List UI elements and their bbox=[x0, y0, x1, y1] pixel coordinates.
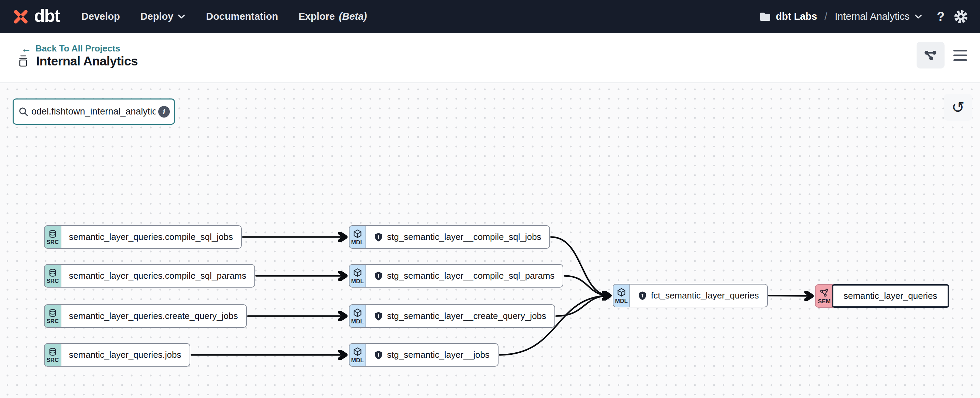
header-buttons bbox=[916, 42, 969, 68]
nav-item-documentation[interactable]: Documentation bbox=[206, 11, 278, 22]
node-label: semantic_layer_queries.create_query_jobs bbox=[61, 305, 246, 327]
node-label: semantic_layer_queries.compile_sql_param… bbox=[61, 265, 255, 287]
node-label: semantic_layer_queries bbox=[832, 284, 949, 308]
nav-menu: DevelopDeployDocumentationExplore(Beta) bbox=[81, 11, 367, 22]
node-label: semantic_layer_queries.jobs bbox=[61, 344, 189, 366]
badge-label: SRC bbox=[46, 278, 59, 284]
badge-label: MDL bbox=[351, 357, 364, 363]
nav-item-label: Explore bbox=[298, 11, 334, 22]
project-switcher-label: Internal Analytics bbox=[835, 11, 909, 22]
dbt-logo-text: dbt bbox=[34, 7, 60, 27]
database-icon bbox=[48, 347, 57, 357]
node-label: stg_semantic_layer__create_query_jobs bbox=[366, 305, 554, 327]
contract-shield-icon bbox=[374, 232, 383, 242]
top-nav: dbt DevelopDeployDocumentationExplore(Be… bbox=[0, 0, 980, 33]
chevron-down-icon bbox=[914, 14, 923, 19]
badge-label: SRC bbox=[46, 357, 59, 363]
node-label: fct_semantic_layer_queries bbox=[630, 284, 767, 307]
hamburger-bar bbox=[953, 50, 967, 51]
node-label: stg_semantic_layer__jobs bbox=[366, 344, 498, 366]
page-title: Internal Analytics bbox=[36, 54, 138, 68]
node-src-create-query-jobs[interactable]: SRCsemantic_layer_queries.create_query_j… bbox=[44, 304, 247, 328]
lineage-search-input[interactable] bbox=[31, 106, 156, 117]
cube-icon bbox=[353, 268, 363, 278]
node-src-jobs[interactable]: SRCsemantic_layer_queries.jobs bbox=[44, 343, 190, 367]
nav-item-label: Documentation bbox=[206, 11, 278, 22]
lineage-canvas[interactable]: i ↺ SRCsemantic_layer_queries.compile_sq… bbox=[0, 83, 980, 398]
contract-shield-icon bbox=[374, 350, 383, 360]
model-badge: MDL bbox=[350, 265, 366, 287]
back-to-all-projects-link[interactable]: ← Back To All Projects bbox=[21, 43, 120, 54]
reset-icon: ↺ bbox=[951, 98, 965, 117]
cube-icon bbox=[353, 347, 363, 357]
badge-label: MDL bbox=[615, 298, 628, 304]
model-badge: MDL bbox=[350, 305, 366, 327]
cube-icon bbox=[353, 229, 363, 239]
badge-label: MDL bbox=[351, 278, 364, 284]
model-badge: MDL bbox=[350, 344, 366, 366]
node-src-compile-sql-jobs[interactable]: SRCsemantic_layer_queries.compile_sql_jo… bbox=[44, 225, 242, 249]
nav-item-label: Deploy bbox=[140, 11, 173, 22]
page-header: ← Back To All Projects Internal Analytic… bbox=[0, 33, 980, 83]
nav-item-develop[interactable]: Develop bbox=[81, 11, 120, 22]
nav-account-area: dbt Labs / Internal Analytics ? bbox=[759, 9, 969, 24]
help-icon[interactable]: ? bbox=[937, 10, 945, 24]
lineage-search-box: i bbox=[13, 98, 175, 125]
gear-icon[interactable] bbox=[953, 9, 969, 24]
chevron-down-icon bbox=[177, 14, 186, 19]
contract-shield-icon bbox=[638, 291, 647, 301]
search-icon bbox=[18, 107, 29, 117]
dbt-logo[interactable]: dbt bbox=[11, 7, 60, 27]
source-badge: SRC bbox=[45, 226, 61, 248]
database-icon bbox=[48, 229, 57, 238]
hamburger-bar bbox=[953, 54, 967, 56]
dbt-logo-icon bbox=[11, 8, 30, 26]
semantic-layer-icon bbox=[819, 288, 829, 298]
back-arrow-icon: ← bbox=[21, 44, 31, 54]
semantic-badge: SEM bbox=[815, 284, 833, 308]
account-org[interactable]: dbt Labs bbox=[759, 11, 817, 22]
badge-label: SEM bbox=[818, 298, 830, 304]
nav-item-label: Develop bbox=[81, 11, 120, 22]
node-sem-semantic-layer-queries[interactable]: SEMsemantic_layer_queries bbox=[815, 284, 949, 308]
badge-label: SRC bbox=[46, 318, 59, 324]
node-label: stg_semantic_layer__compile_sql_params bbox=[366, 265, 563, 287]
badge-label: MDL bbox=[351, 319, 364, 324]
nav-item-deploy[interactable]: Deploy bbox=[140, 11, 186, 22]
source-badge: SRC bbox=[45, 305, 61, 327]
node-label: semantic_layer_queries.compile_sql_jobs bbox=[61, 226, 241, 248]
source-badge: SRC bbox=[45, 265, 61, 287]
contract-shield-icon bbox=[374, 311, 383, 321]
hamburger-menu-button[interactable] bbox=[953, 42, 969, 68]
title-row: Internal Analytics bbox=[16, 54, 138, 68]
contract-shield-icon bbox=[374, 271, 383, 281]
nav-item-beta-suffix: (Beta) bbox=[339, 11, 367, 22]
badge-label: MDL bbox=[351, 239, 364, 245]
database-icon bbox=[48, 268, 57, 277]
nav-item-explore[interactable]: Explore(Beta) bbox=[298, 11, 367, 22]
node-stg-compile-sql-params[interactable]: MDLstg_semantic_layer__compile_sql_param… bbox=[349, 264, 563, 288]
lineage-view-button[interactable] bbox=[916, 42, 945, 68]
hamburger-bar bbox=[953, 59, 967, 61]
badge-label: SRC bbox=[46, 239, 59, 245]
project-icon bbox=[16, 54, 30, 68]
node-fct-semantic-layer-queries[interactable]: MDLfct_semantic_layer_queries bbox=[613, 284, 768, 308]
cube-icon bbox=[353, 308, 363, 318]
node-stg-compile-sql-jobs[interactable]: MDLstg_semantic_layer__compile_sql_jobs bbox=[349, 225, 550, 249]
model-badge: MDL bbox=[613, 284, 630, 307]
project-switcher[interactable]: Internal Analytics bbox=[835, 11, 923, 22]
model-badge: MDL bbox=[350, 226, 366, 248]
info-icon[interactable]: i bbox=[158, 106, 170, 117]
folder-icon bbox=[759, 11, 771, 22]
database-icon bbox=[48, 308, 57, 317]
node-stg-create-query-jobs[interactable]: MDLstg_semantic_layer__create_query_jobs bbox=[349, 304, 555, 328]
node-src-compile-sql-params[interactable]: SRCsemantic_layer_queries.compile_sql_pa… bbox=[44, 264, 255, 288]
node-stg-jobs[interactable]: MDLstg_semantic_layer__jobs bbox=[349, 343, 498, 367]
cube-icon bbox=[617, 288, 627, 298]
account-org-label: dbt Labs bbox=[776, 11, 817, 22]
source-badge: SRC bbox=[45, 344, 61, 366]
back-link-label: Back To All Projects bbox=[35, 43, 120, 54]
reset-view-button[interactable]: ↺ bbox=[944, 94, 972, 121]
breadcrumb-separator: / bbox=[824, 11, 827, 22]
node-label: stg_semantic_layer__compile_sql_jobs bbox=[366, 226, 549, 248]
